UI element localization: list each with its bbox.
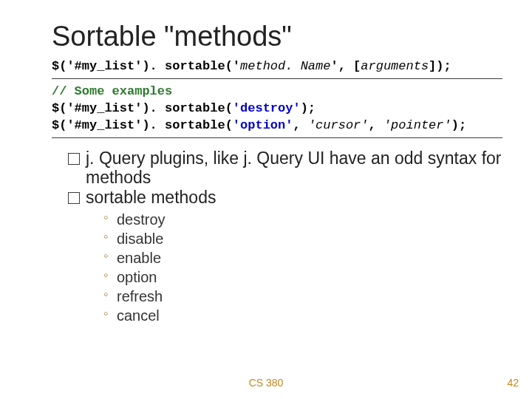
list-item: cancel xyxy=(103,306,502,325)
list-item: destroy xyxy=(103,210,502,229)
code-examples: // Some examples $('#my_list'). sortable… xyxy=(52,82,502,136)
code-text: , xyxy=(369,118,383,132)
slide-title: Sortable "methods" xyxy=(52,21,502,52)
code-comment: // Some examples xyxy=(52,83,502,100)
code-example-line: $('#my_list'). sortable('option', 'curso… xyxy=(52,117,502,134)
bullet-sortable-methods: sortable methods xyxy=(68,188,502,207)
code-text: ); xyxy=(451,118,466,132)
slide: Sortable "methods" $('#my_list'). sortab… xyxy=(0,0,532,399)
list-item: enable xyxy=(103,248,502,267)
list-item: disable xyxy=(103,229,502,248)
code-syntax-line: $('#my_list'). sortable('method. Name', … xyxy=(52,57,502,77)
divider xyxy=(52,137,502,138)
code-string: 'destroy' xyxy=(233,101,301,115)
code-arg: 'cursor' xyxy=(308,118,369,132)
footer-page-number: 42 xyxy=(507,377,519,389)
code-text: $('#my_list'). sortable(' xyxy=(52,59,240,73)
code-text: ]); xyxy=(429,59,451,73)
code-arguments: arguments xyxy=(361,59,429,73)
bullet-plugins: j. Query plugins, like j. Query UI have … xyxy=(68,149,502,188)
code-text: ', [ xyxy=(330,59,361,73)
body-content: j. Query plugins, like j. Query UI have … xyxy=(52,141,502,325)
method-list: destroy disable enable option refresh ca… xyxy=(68,207,502,325)
code-string: 'option' xyxy=(233,118,293,132)
code-text: $('#my_list'). sortable( xyxy=(52,101,233,115)
code-example-line: $('#my_list'). sortable('destroy'); xyxy=(52,100,502,117)
code-text: ); xyxy=(301,101,316,115)
code-text: , xyxy=(293,118,307,132)
footer-course: CS 380 xyxy=(0,377,532,389)
code-method-name: method. Name xyxy=(240,59,330,73)
divider xyxy=(52,78,502,79)
code-text: $('#my_list'). sortable( xyxy=(52,118,233,132)
list-item: refresh xyxy=(103,287,502,306)
code-arg: 'pointer' xyxy=(383,118,451,132)
list-item: option xyxy=(103,267,502,287)
